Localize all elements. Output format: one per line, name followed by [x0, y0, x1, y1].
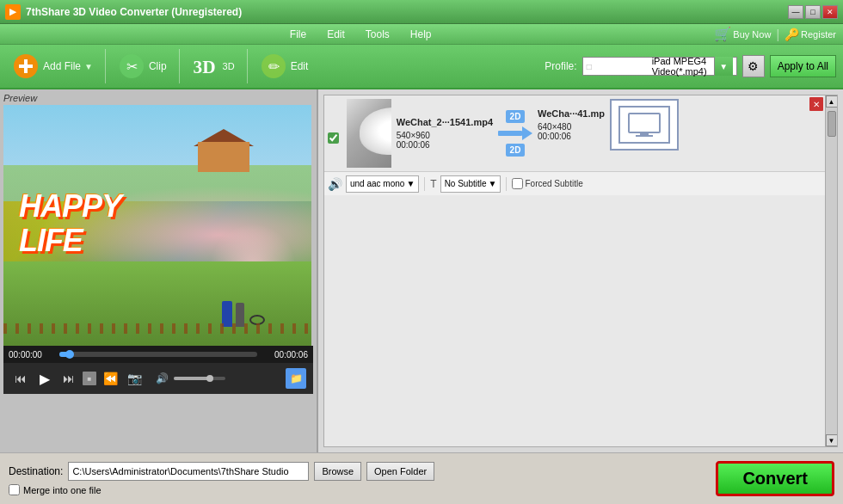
- dest-path-row: Destination: C:\Users\Administrator\Docu…: [9, 462, 434, 481]
- convert-arrow: 2D 2D: [498, 99, 532, 168]
- settings-button[interactable]: ⚙: [742, 55, 765, 77]
- app-icon: ▶: [5, 4, 21, 20]
- title-bar: ▶ 7thShare 3D Video Converter (Unregiste…: [0, 0, 843, 24]
- profile-dropdown-arrow[interactable]: ▼: [714, 57, 733, 76]
- profile-dropdown[interactable]: □ iPad MPEG4 Video(*.mp4) ▼: [582, 57, 737, 76]
- edit-button[interactable]: ✏ Edit: [255, 49, 314, 83]
- convert-button-wrapper: Convert: [716, 461, 834, 496]
- register-link[interactable]: 🔑 Register: [785, 28, 836, 41]
- dest-filename: WeCha···41.mp: [538, 108, 605, 119]
- minimize-button[interactable]: —: [788, 5, 803, 19]
- dest-file-info: WeCha···41.mp 640×480 00:00:06: [538, 99, 692, 168]
- file-scrollbar[interactable]: ▲ ▼: [825, 95, 837, 446]
- browse-button[interactable]: Browse: [314, 462, 361, 481]
- audio-dropdown[interactable]: und aac mono ▼: [346, 175, 419, 193]
- play-button[interactable]: ▶: [34, 368, 55, 389]
- toolbar-separator-2: [179, 49, 180, 83]
- time-total: 00:00:06: [261, 350, 308, 360]
- preview-video-image: HAPPY LIFE: [3, 105, 311, 346]
- dest-thumb-inner: [618, 106, 670, 144]
- scroll-up-arrow[interactable]: ▲: [826, 95, 838, 108]
- subtitle-icon: T: [430, 178, 436, 190]
- clip-icon: ✂: [118, 52, 145, 80]
- stop-button[interactable]: ■: [83, 372, 96, 385]
- source-thumbnail: [347, 99, 391, 168]
- preview-panel: Preview HAPPY LIFE: [0, 89, 318, 452]
- volume-control: 🔊: [151, 368, 225, 389]
- apply-all-button[interactable]: Apply to All: [770, 55, 836, 77]
- profile-label: Profile:: [545, 60, 576, 72]
- fast-forward-button[interactable]: ⏭: [58, 368, 79, 389]
- open-folder-button[interactable]: Open Folder: [366, 462, 434, 481]
- add-file-dropdown-arrow[interactable]: ▼: [84, 62, 93, 71]
- scroll-thumb[interactable]: [828, 111, 836, 137]
- toolbar-separator-1: [105, 49, 106, 83]
- source-info-right: WeChat_2···1541.mp4 540×960 00:00:06: [397, 99, 493, 168]
- progress-thumb[interactable]: [65, 350, 74, 359]
- svg-rect-8: [629, 114, 660, 132]
- subtitle-dropdown[interactable]: No Subtitle ▼: [440, 175, 501, 193]
- edit-icon: ✏: [260, 52, 287, 80]
- dest-row-top: WeCha···41.mp 640×480 00:00:06: [538, 99, 692, 151]
- destination-path[interactable]: C:\Users\Administrator\Documents\7thShar…: [68, 462, 309, 481]
- folder-icon[interactable]: 📁: [286, 368, 306, 389]
- ctrl-right-area: 📁: [286, 368, 306, 389]
- dest-badge: 2D: [506, 144, 526, 157]
- file-close-button[interactable]: ✕: [809, 97, 823, 111]
- preview-timeline[interactable]: 00:00:00 00:00:06: [3, 346, 313, 363]
- volume-thumb[interactable]: [206, 375, 213, 382]
- merge-checkbox-input[interactable]: [9, 484, 20, 495]
- clip-button[interactable]: ✂ Clip: [113, 49, 172, 83]
- file-list-area: ✕ WeChat_2···1541.mp4: [323, 95, 838, 447]
- scroll-down-arrow[interactable]: ▼: [826, 434, 838, 446]
- close-button[interactable]: ✕: [822, 5, 838, 19]
- destination-label: Destination:: [9, 465, 63, 477]
- buy-now-link[interactable]: 🛒 Buy Now: [714, 26, 771, 42]
- progress-bar[interactable]: [59, 352, 257, 357]
- menu-file[interactable]: File: [286, 27, 310, 42]
- volume-icon[interactable]: 🔊: [151, 368, 172, 389]
- destination-bar: Destination: C:\Users\Administrator\Docu…: [0, 452, 843, 504]
- skip-back-button[interactable]: ⏮: [10, 368, 31, 389]
- menu-edit[interactable]: Edit: [323, 27, 348, 42]
- menu-bar: File Edit Tools Help 🛒 Buy Now | 🔑 Regis…: [0, 24, 843, 45]
- 3d-button[interactable]: 3D 3D: [187, 49, 240, 83]
- add-file-button[interactable]: Add File ▼: [7, 49, 98, 83]
- forced-subtitle-checkbox[interactable]: [512, 178, 523, 189]
- volume-fill: [174, 377, 210, 380]
- format-separator-1: [424, 177, 425, 191]
- file-check-input[interactable]: [328, 132, 339, 144]
- convert-button[interactable]: Convert: [716, 461, 834, 496]
- preview-fence: [3, 323, 311, 334]
- frame-back-button[interactable]: ⏪: [100, 368, 120, 389]
- source-file-info: WeChat_2···1541.mp4 540×960 00:00:06: [347, 99, 493, 168]
- screenshot-button[interactable]: 📷: [124, 368, 145, 389]
- settings-icon: ⚙: [748, 59, 759, 73]
- top-right-area: 🛒 Buy Now | 🔑 Register: [714, 26, 836, 42]
- dest-info-right: WeCha···41.mp 640×480 00:00:06: [538, 99, 605, 151]
- preview-controls: ⏮ ▶ ⏭ ■ ⏪ 📷 🔊 📁: [3, 363, 313, 394]
- svg-rect-10: [636, 135, 653, 137]
- svg-text:✏: ✏: [268, 59, 280, 74]
- link-separator: |: [776, 28, 779, 41]
- preview-happy-life-text: HAPPY LIFE: [19, 189, 121, 257]
- app-title: 7thShare 3D Video Converter (Unregistere…: [26, 6, 242, 18]
- source-details: 540×960 00:00:06: [397, 131, 493, 150]
- svg-text:✂: ✂: [126, 59, 137, 74]
- menu-help[interactable]: Help: [407, 27, 435, 42]
- toolbar: Add File ▼ ✂ Clip 3D 3D ✏ Ed: [0, 45, 843, 89]
- dest-details: 640×480 00:00:06: [538, 122, 605, 141]
- convert-arrow-icon: [498, 126, 532, 140]
- main-content: Preview HAPPY LIFE: [0, 89, 843, 452]
- title-bar-left: ▶ 7thShare 3D Video Converter (Unregiste…: [5, 4, 242, 20]
- source-badge: 2D: [506, 110, 526, 123]
- volume-slider[interactable]: [174, 377, 225, 380]
- forced-subtitle-area: Forced Subtitle: [512, 178, 582, 189]
- source-row-top: WeChat_2···1541.mp4 540×960 00:00:06: [347, 99, 493, 168]
- menu-tools[interactable]: Tools: [362, 27, 393, 42]
- file-checkbox[interactable]: [328, 99, 342, 168]
- restore-button[interactable]: □: [805, 5, 821, 19]
- audio-icon: 🔊: [328, 177, 342, 191]
- svg-text:3D: 3D: [193, 57, 215, 77]
- dest-left: Destination: C:\Users\Administrator\Docu…: [9, 462, 434, 495]
